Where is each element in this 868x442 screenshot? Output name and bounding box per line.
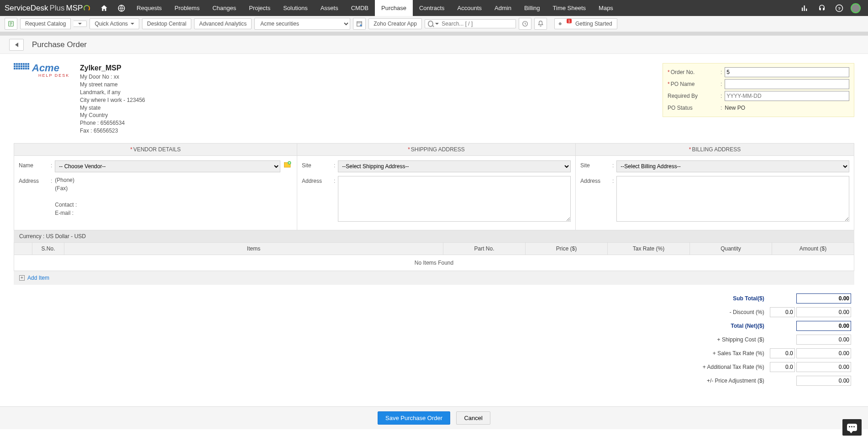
brand-logo: ServiceDesk Plus MSP [5,4,90,13]
search-icon [428,21,433,27]
reports-icon[interactable] [800,4,809,12]
company-line: My street name [80,81,145,89]
company-line: My Door No : xx [80,73,145,81]
chat-icon [847,424,857,429]
help-icon[interactable]: ? [835,4,843,12]
vendor-addr-label: Address [19,176,51,184]
sales-label: + Sales Tax Rate (%) [700,347,767,360]
addl-pct-input[interactable] [770,362,795,372]
getting-started-button[interactable]: 1 Getting Started [554,18,617,29]
net-value[interactable] [796,321,851,331]
headset-icon[interactable] [818,4,826,12]
request-catalog-dropdown[interactable] [74,21,87,27]
items-col: Amount ($) [772,242,854,255]
add-vendor-icon[interactable] [283,160,292,169]
vendor-section: *VENDOR DETAILS Name: -- Choose Vendor--… [14,144,297,230]
back-button[interactable] [9,39,24,51]
tab-changes[interactable]: Changes [206,0,242,16]
desktop-central-button[interactable]: Desktop Central [142,18,191,29]
tab-solutions[interactable]: Solutions [277,0,314,16]
page-header: Purchase Order [0,36,868,54]
detail-sections: *VENDOR DETAILS Name: -- Choose Vendor--… [14,143,854,230]
required-by-label: Required By [668,93,718,99]
shipping-address-textarea[interactable] [338,176,571,222]
items-empty: No Items Found [14,255,854,271]
tab-assets[interactable]: Assets [314,0,345,16]
discount-pct-input[interactable] [770,307,795,317]
shipping-input[interactable] [796,335,851,345]
discount-amt[interactable] [796,307,851,317]
company-line: Fax : 65656523 [80,127,145,135]
order-no-label: *Order No. [668,69,718,75]
sales-pct-input[interactable] [770,348,795,358]
globe-icon[interactable] [117,4,126,12]
notifications-icon[interactable] [534,18,547,30]
zoho-creator-button[interactable]: Zoho Creator App [368,18,422,29]
currency-bar: Currency : US Dollar - USD [14,230,854,242]
shipping-addr-label: Address [302,176,334,184]
top-nav: ServiceDesk Plus MSP RequestsProblemsCha… [0,0,868,16]
add-item-link[interactable]: Add Item [27,275,49,281]
vendor-address-lines: (Phone) (Fax) Contact : E-mail : [55,176,292,217]
items-table: S.No.ItemsPart No.Price ($)Tax Rate (%)Q… [14,242,854,271]
addl-amt[interactable] [796,362,851,372]
search-box[interactable] [425,19,516,28]
tab-time-sheets[interactable]: Time Sheets [547,0,593,16]
tab-accounts[interactable]: Accounts [451,0,488,16]
billing-site-label: Site [580,160,612,169]
po-name-label: *PO Name [668,81,718,87]
items-col: Tax Rate (%) [608,242,690,255]
sales-amt[interactable] [796,348,851,358]
add-item-row: + Add Item [14,271,854,285]
quick-actions-button[interactable]: Quick Actions [89,18,139,29]
calendar-icon[interactable] [353,18,366,30]
footer-bar: Save Purchase Order Cancel [0,406,868,429]
tab-cmdb[interactable]: CMDB [345,0,375,16]
billing-site-select[interactable]: --Select Billing Address-- [616,160,849,172]
subtotal-value[interactable] [796,293,851,304]
vendor-fax: (Fax) [55,184,292,192]
page-title: Purchase Order [32,40,87,49]
search-input[interactable] [442,21,513,27]
save-button[interactable]: Save Purchase Order [378,411,450,425]
po-meta-box: *Order No.: *PO Name: Required By: PO St… [663,63,854,117]
brand-service: ServiceDesk [5,4,48,13]
company-header-row: Acme HELP DESK Zylker_MSP My Door No : x… [14,63,854,135]
tab-maps[interactable]: Maps [592,0,620,16]
po-status-label: PO Status [668,105,718,111]
vendor-phone: (Phone) [55,176,292,184]
tab-purchase[interactable]: Purchase [375,0,413,16]
billing-section: *BILLING ADDRESS Site: --Select Billing … [576,144,854,230]
shipping-section: *SHIPPING ADDRESS Site: --Select Shippin… [297,144,576,230]
adj-input[interactable] [796,376,851,386]
brand-msp: MSP [66,4,83,13]
chevron-down-icon[interactable] [435,23,439,25]
order-no-input[interactable] [725,67,849,77]
chevron-down-icon [131,23,134,25]
org-select[interactable]: Acme securities [254,18,350,30]
chat-fab[interactable] [842,419,862,429]
back-arrow-icon [15,43,18,47]
tab-contracts[interactable]: Contracts [413,0,451,16]
vendor-select[interactable]: -- Choose Vendor-- [55,160,280,172]
user-avatar[interactable] [851,3,861,13]
shipping-site-select[interactable]: --Select Shipping Address-- [338,160,571,172]
recent-items-icon[interactable] [519,18,531,30]
billing-address-textarea[interactable] [616,176,849,222]
billing-addr-label: Address [580,176,612,184]
advanced-analytics-button[interactable]: Advanced Analytics [194,18,252,29]
required-by-input[interactable] [725,91,849,101]
cancel-button[interactable]: Cancel [456,411,490,425]
shipping-header: *SHIPPING ADDRESS [297,144,575,156]
tab-problems[interactable]: Problems [168,0,206,16]
tab-billing[interactable]: Billing [518,0,547,16]
tab-projects[interactable]: Projects [242,0,277,16]
home-icon[interactable] [100,4,108,12]
tab-admin[interactable]: Admin [488,0,518,16]
templates-icon[interactable] [5,18,17,30]
po-name-input[interactable] [725,79,849,89]
request-catalog-button[interactable]: Request Catalog [20,18,71,29]
tab-requests[interactable]: Requests [130,0,168,16]
getting-started-badge: 1 [567,19,572,23]
logo-subtext: HELP DESK [38,73,69,78]
